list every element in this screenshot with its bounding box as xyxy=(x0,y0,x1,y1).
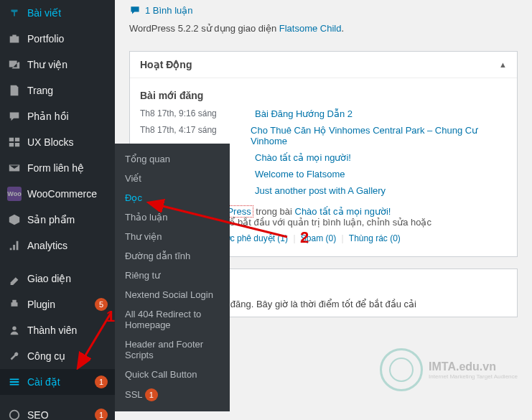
filter-trash[interactable]: Thùng rác (0) xyxy=(349,233,401,243)
sidebar-item-label: Analytics xyxy=(27,240,108,251)
sidebar-item-label: SEO xyxy=(27,409,89,420)
recent-posts-title: Bài mới đăng xyxy=(140,85,507,106)
comment-count-text: 1 Bình luận xyxy=(145,5,193,16)
annotation-label-1: 1 xyxy=(106,307,115,326)
woo-icon: Woo xyxy=(7,187,22,201)
submenu-item-nextend[interactable]: Nextend Social Login xyxy=(115,285,230,304)
submenu-item-quickcall[interactable]: Quick Call Button xyxy=(115,365,230,384)
post-link[interactable]: Just another post with A Gallery xyxy=(255,185,386,196)
sidebar-item-forms[interactable]: Form liên hệ xyxy=(0,155,115,181)
divider: | xyxy=(293,233,295,243)
sidebar-item-users[interactable]: Thành viên xyxy=(0,317,115,343)
sidebar-item-analytics[interactable]: Analytics xyxy=(0,233,115,258)
settings-icon xyxy=(7,375,22,389)
sidebar-item-comments[interactable]: Phản hồi xyxy=(0,103,115,129)
activity-title: Hoạt Động xyxy=(140,59,192,70)
appearance-icon xyxy=(7,271,22,286)
sidebar-item-label: Giao diện xyxy=(27,273,108,284)
sidebar-item-posts[interactable]: Bài viết xyxy=(0,0,115,26)
post-link[interactable]: Chào tất cả mọi người! xyxy=(255,152,351,163)
submenu-item-general[interactable]: Tổng quan xyxy=(115,149,230,169)
sidebar-item-label: Công cụ xyxy=(27,350,108,362)
comment-count-link[interactable]: 1 Bình luận xyxy=(129,0,193,20)
post-link[interactable]: Welcome to Flatsome xyxy=(255,169,345,179)
submenu-item-label: SSL xyxy=(125,389,142,400)
sidebar-item-media[interactable]: Thư viện xyxy=(0,52,115,78)
sidebar-item-seo[interactable]: SEO1 xyxy=(0,402,115,420)
submenu-item-media[interactable]: Thư viện xyxy=(115,227,230,246)
portfolio-icon xyxy=(7,32,22,46)
sidebar-item-label: Trang xyxy=(27,85,108,96)
sidebar-item-pages[interactable]: Trang xyxy=(0,78,115,103)
pin-icon xyxy=(7,6,22,20)
sidebar-item-label: Sản phẩm xyxy=(27,214,108,225)
sidebar-item-woocommerce[interactable]: WooWooCommerce xyxy=(0,181,115,207)
submenu-item-404redirect[interactable]: All 404 Redirect to Homepage xyxy=(115,304,230,335)
update-badge: 1 xyxy=(95,375,108,388)
sidebar-item-label: Plugin xyxy=(27,299,89,310)
submenu-item-permalinks[interactable]: Đường dẫn tĩnh xyxy=(115,246,230,266)
svg-point-0 xyxy=(12,327,16,330)
comment-icon xyxy=(7,109,22,123)
plugin-icon xyxy=(7,297,22,312)
submenu-item-headerfooter[interactable]: Header and Footer Scripts xyxy=(115,335,230,365)
sidebar-item-label: Form liên hệ xyxy=(27,162,108,174)
svg-point-1 xyxy=(10,411,19,420)
post-link[interactable]: Bài Đăng Hướng Dẫn 2 xyxy=(255,108,353,119)
sidebar-item-label: Bài viết xyxy=(27,7,108,19)
sidebar-item-products[interactable]: Sản phẩm xyxy=(0,207,115,233)
activity-panel-header[interactable]: Hoạt Động ▲ xyxy=(130,52,517,78)
sidebar-item-label: Portfolio xyxy=(27,33,108,45)
admin-sidebar: Bài viết Portfolio Thư viện Trang Phản h… xyxy=(0,0,115,420)
theme-link[interactable]: Flatsome Child xyxy=(279,23,342,34)
sidebar-item-label: Phản hồi xyxy=(27,111,108,122)
comment-post-link[interactable]: Chào tất cả mọi người! xyxy=(295,206,391,217)
wp-version-prefix: WordPress 5.2.2 sử dụng giao diện xyxy=(129,23,279,34)
submenu-item-reading[interactable]: Đọc xyxy=(115,188,230,207)
submenu-item-privacy[interactable]: Riêng tư xyxy=(115,266,230,285)
sidebar-item-portfolio[interactable]: Portfolio xyxy=(0,26,115,52)
update-badge: 1 xyxy=(145,388,158,401)
users-icon xyxy=(7,323,22,337)
sidebar-item-label: Cài đặt xyxy=(27,376,89,388)
sidebar-item-label: Thư viện xyxy=(27,59,108,70)
update-badge: 1 xyxy=(95,409,108,420)
sidebar-item-settings[interactable]: Cài đặt1 xyxy=(0,369,115,395)
annotation-label-2: 2 xyxy=(300,228,309,247)
mail-icon xyxy=(7,161,22,175)
tools-icon xyxy=(7,349,22,363)
submenu-item-discussion[interactable]: Thảo luận xyxy=(115,207,230,227)
submenu-item-ssl[interactable]: SSL 1 xyxy=(115,384,230,406)
sidebar-item-plugins[interactable]: Plugin5 xyxy=(0,291,115,317)
comment-in-text: trong bài xyxy=(253,206,295,217)
seo-icon xyxy=(7,408,22,420)
post-date: Th8 17th, 9:16 sáng xyxy=(140,108,255,119)
analytics-icon xyxy=(7,238,22,253)
wp-version-text: WordPress 5.2.2 sử dụng giao diện Flatso… xyxy=(129,20,518,44)
collapse-icon[interactable]: ▲ xyxy=(499,60,507,69)
post-row: Th8 17th, 9:16 sángBài Đăng Hướng Dẫn 2 xyxy=(140,106,507,122)
divider: | xyxy=(342,233,344,243)
submenu-item-writing[interactable]: Viết xyxy=(115,169,230,188)
sidebar-item-appearance[interactable]: Giao diện xyxy=(0,266,115,291)
sidebar-item-label: WooCommerce xyxy=(27,188,108,200)
settings-submenu: Tổng quan Viết Đọc Thảo luận Thư viện Đư… xyxy=(115,144,230,411)
comment-icon xyxy=(129,4,141,16)
media-icon xyxy=(7,57,22,72)
post-link[interactable]: Cho Thuê Căn Hộ Vinhomes Central Park – … xyxy=(251,125,507,146)
page-icon xyxy=(7,83,22,98)
sidebar-item-label: Thành viên xyxy=(27,325,108,336)
product-icon xyxy=(7,213,22,227)
sidebar-item-tools[interactable]: Công cụ xyxy=(0,343,115,369)
sidebar-item-label: UX Blocks xyxy=(27,136,108,148)
sidebar-item-uxblocks[interactable]: UX Blocks xyxy=(0,129,115,155)
blocks-icon xyxy=(7,135,22,149)
